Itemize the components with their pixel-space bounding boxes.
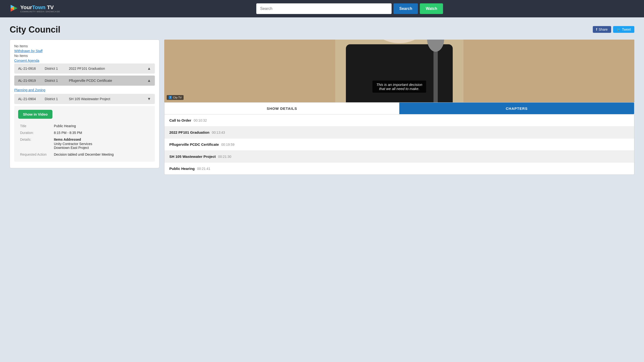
logo-text-block: YourTown TV Community Media Showcase — [20, 4, 60, 13]
chapter-item-3[interactable]: SH 105 Wastewater Project 00:21:30 — [164, 151, 634, 163]
chapter-name-4: Public Hearing — [169, 167, 195, 171]
requested-value: Decision tabled until December Meeting — [52, 151, 151, 158]
requested-label: Requested Action — [18, 151, 52, 158]
search-input[interactable] — [256, 3, 392, 14]
subtitle-line2: that we all need to make. — [379, 87, 420, 91]
subtitle-line1: This is an important decision — [376, 82, 422, 87]
detail-panel: Show in Video Title Public Hearing Durat… — [14, 106, 155, 162]
chapter-time-2: 00:19:59 — [221, 143, 234, 146]
twitter-share-label: Tweet — [622, 27, 631, 31]
chapter-time-1: 00:13:43 — [212, 131, 225, 134]
title-value: Public Hearing — [52, 123, 151, 129]
chapter-name-2: Pflugerville PCDC Certificate — [169, 142, 219, 146]
agenda-title-0904: SH 105 Wastewater Project — [69, 97, 147, 101]
duration-value: 8:15 PM - 8:35 PM — [52, 129, 151, 136]
withdrawn-by-staff-link[interactable]: Withdrawn by Staff — [14, 49, 155, 53]
agenda-district-0916: District 1 — [45, 67, 69, 70]
search-area: Search Watch — [65, 3, 634, 14]
agenda-item-0916[interactable]: AL-21-0916 District 1 2022 PF101 Graduat… — [14, 63, 155, 74]
details-line1: Unity Contractor Services — [54, 142, 92, 146]
chapter-item-2[interactable]: Pflugerville PCDC Certificate 00:19:59 — [164, 138, 634, 151]
search-button[interactable]: Search — [394, 3, 418, 14]
channel-name: City TV — [173, 96, 182, 99]
right-panel: This is an important decision that we al… — [164, 39, 634, 175]
details-header: Items Addressed — [54, 138, 149, 141]
duration-label: Duration: — [18, 129, 52, 136]
chapter-name-1: 2022 PF101 Graduation — [169, 130, 210, 134]
left-panel: No Items Withdrawn by Staff No Items Con… — [10, 39, 160, 168]
page-content: City Council f Share 🐦 Tweet No Items Wi… — [0, 17, 644, 362]
details-label: Details: — [18, 136, 52, 151]
chapters-panel: Call to Order 00:10:32 2022 PF101 Gradua… — [164, 114, 634, 175]
detail-requested-row: Requested Action Decision tabled until D… — [18, 151, 151, 158]
detail-table: Title Public Hearing Duration: 8:15 PM -… — [18, 123, 151, 158]
planning-zoning-link[interactable]: Planning and Zoning — [14, 88, 155, 92]
chevron-up-icon-0919: ▲ — [147, 78, 151, 83]
facebook-icon: f — [596, 27, 598, 31]
title-label: Title — [18, 123, 52, 129]
logo-name: YourTown TV — [20, 4, 60, 10]
channel-number: 7 — [168, 96, 172, 99]
details-value: Items Addressed Unity Contractor Service… — [52, 136, 151, 151]
logo-graphic — [10, 4, 18, 13]
agenda-item-0919[interactable]: AL-21-0919 District 1 Pflugerville PCDC … — [14, 75, 155, 86]
chapter-name-0: Call to Order — [169, 118, 191, 122]
chapters-tab[interactable]: CHAPTERS — [399, 103, 634, 114]
detail-details-row: Details: Items Addressed Unity Contracto… — [18, 136, 151, 151]
chapter-time-0: 00:10:32 — [194, 118, 207, 122]
detail-duration-row: Duration: 8:15 PM - 8:35 PM — [18, 129, 151, 136]
video-background — [164, 39, 634, 102]
agenda-id-0919: AL-21-0919 — [18, 79, 45, 82]
video-tabs: SHOW DETAILS CHAPTERS — [164, 102, 634, 114]
svg-marker-2 — [14, 6, 18, 10]
logo-area: YourTown TV Community Media Showcase — [10, 4, 60, 13]
header: YourTown TV Community Media Showcase Sea… — [0, 0, 644, 17]
page-title-row: City Council f Share 🐦 Tweet — [10, 25, 634, 35]
chapter-item-0[interactable]: Call to Order 00:10:32 — [164, 114, 634, 126]
social-buttons: f Share 🐦 Tweet — [593, 26, 634, 33]
consent-agenda-link[interactable]: Consent Agenda — [14, 59, 155, 62]
agenda-id-0904: AL-21-0904 — [18, 97, 45, 101]
agenda-title-0919: Pflugerville PCDC Certificate — [69, 79, 147, 82]
video-watermark: 7 City TV — [167, 95, 184, 100]
page-title: City Council — [10, 25, 60, 35]
chapter-item-4[interactable]: Public Hearing 00:21:41 — [164, 163, 634, 174]
agenda-district-0904: District 1 — [45, 97, 69, 101]
video-scene — [164, 39, 634, 102]
facebook-share-button[interactable]: f Share — [593, 26, 611, 33]
show-in-video-button[interactable]: Show in Video — [18, 110, 52, 119]
details-line2: Downtown East Project — [54, 146, 89, 150]
agenda-item-0904[interactable]: AL-21-0904 District 1 SH 105 Wastewater … — [14, 94, 155, 104]
twitter-icon: 🐦 — [616, 27, 620, 31]
logo-subtitle: Community Media Showcase — [20, 10, 60, 13]
subtitle-bar: This is an important decision that we al… — [372, 81, 426, 93]
chapter-time-3: 00:21:30 — [218, 155, 232, 159]
show-details-tab[interactable]: SHOW DETAILS — [164, 103, 399, 114]
no-items-2: No Items — [14, 54, 155, 58]
chevron-up-icon-0916: ▲ — [147, 66, 151, 71]
chevron-down-icon-0904: ▼ — [147, 97, 151, 101]
agenda-district-0919: District 1 — [45, 79, 69, 82]
detail-title-row: Title Public Hearing — [18, 123, 151, 129]
chapter-item-1[interactable]: 2022 PF101 Graduation 00:13:43 — [164, 126, 634, 138]
watch-button[interactable]: Watch — [420, 3, 443, 14]
chapter-name-3: SH 105 Wastewater Project — [169, 154, 216, 159]
agenda-id-0916: AL-21-0916 — [18, 67, 45, 70]
main-layout: No Items Withdrawn by Staff No Items Con… — [10, 39, 634, 175]
video-container: This is an important decision that we al… — [164, 39, 634, 102]
agenda-title-0916: 2022 PF101 Graduation — [69, 67, 147, 70]
chapter-time-4: 00:21:41 — [197, 167, 210, 171]
no-items-1: No Items — [14, 44, 155, 48]
twitter-share-button[interactable]: 🐦 Tweet — [613, 26, 634, 33]
facebook-share-label: Share — [598, 27, 608, 31]
